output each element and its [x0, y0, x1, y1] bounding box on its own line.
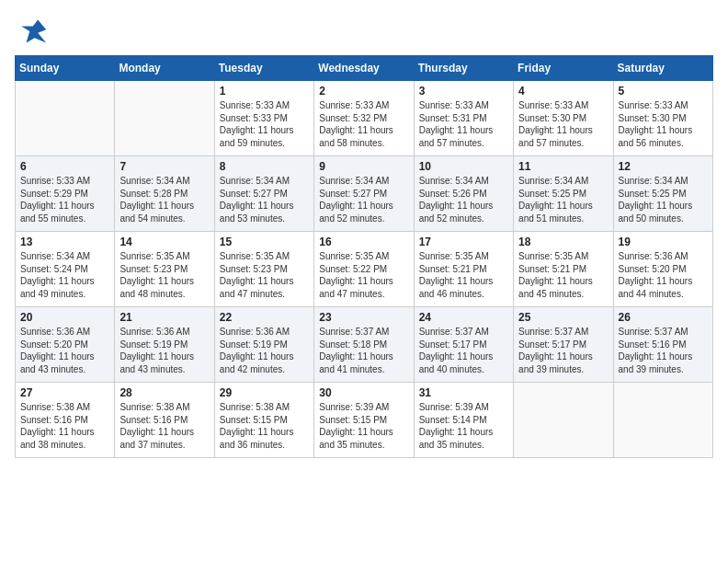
calendar-cell: 5Sunrise: 5:33 AM Sunset: 5:30 PM Daylig…: [613, 81, 712, 156]
calendar-cell: [613, 383, 712, 458]
day-number: 29: [220, 386, 309, 399]
day-info: Sunrise: 5:37 AM Sunset: 5:17 PM Dayligh…: [419, 326, 508, 375]
day-info: Sunrise: 5:34 AM Sunset: 5:25 PM Dayligh…: [518, 175, 608, 224]
calendar-cell: 8Sunrise: 5:34 AM Sunset: 5:27 PM Daylig…: [214, 156, 313, 232]
calendar-cell: 22Sunrise: 5:36 AM Sunset: 5:19 PM Dayli…: [214, 307, 313, 383]
logo-icon: [15, 15, 48, 48]
weekday-header-wednesday: Wednesday: [314, 56, 414, 81]
day-info: Sunrise: 5:34 AM Sunset: 5:27 PM Dayligh…: [319, 175, 408, 224]
calendar-header-row: SundayMondayTuesdayWednesdayThursdayFrid…: [16, 56, 713, 81]
day-info: Sunrise: 5:34 AM Sunset: 5:26 PM Dayligh…: [419, 175, 508, 224]
day-number: 17: [419, 236, 508, 248]
day-number: 6: [20, 160, 109, 173]
day-info: Sunrise: 5:35 AM Sunset: 5:21 PM Dayligh…: [419, 250, 508, 300]
page-header: [15, 15, 713, 48]
weekday-header-friday: Friday: [514, 56, 613, 81]
day-info: Sunrise: 5:37 AM Sunset: 5:17 PM Dayligh…: [518, 326, 608, 375]
calendar-cell: 9Sunrise: 5:34 AM Sunset: 5:27 PM Daylig…: [314, 156, 414, 232]
calendar-cell: 13Sunrise: 5:34 AM Sunset: 5:24 PM Dayli…: [16, 232, 115, 307]
day-info: Sunrise: 5:33 AM Sunset: 5:33 PM Dayligh…: [220, 99, 309, 149]
day-number: 23: [319, 311, 408, 324]
day-number: 5: [619, 85, 708, 98]
calendar-cell: 31Sunrise: 5:39 AM Sunset: 5:14 PM Dayli…: [414, 383, 513, 458]
day-number: 20: [20, 311, 109, 324]
calendar-cell: 25Sunrise: 5:37 AM Sunset: 5:17 PM Dayli…: [514, 307, 613, 383]
calendar-cell: 2Sunrise: 5:33 AM Sunset: 5:32 PM Daylig…: [314, 81, 414, 156]
day-number: 21: [119, 311, 209, 324]
calendar-cell: 20Sunrise: 5:36 AM Sunset: 5:20 PM Dayli…: [16, 307, 115, 383]
day-number: 15: [220, 236, 309, 248]
calendar-cell: [514, 383, 613, 458]
logo: [15, 15, 51, 48]
day-number: 14: [119, 236, 209, 248]
calendar-week-row: 1Sunrise: 5:33 AM Sunset: 5:33 PM Daylig…: [16, 81, 713, 156]
day-info: Sunrise: 5:33 AM Sunset: 5:31 PM Dayligh…: [419, 99, 508, 149]
day-number: 13: [20, 236, 109, 248]
day-info: Sunrise: 5:34 AM Sunset: 5:24 PM Dayligh…: [20, 250, 109, 300]
calendar-cell: 15Sunrise: 5:35 AM Sunset: 5:23 PM Dayli…: [214, 232, 313, 307]
day-info: Sunrise: 5:37 AM Sunset: 5:16 PM Dayligh…: [619, 326, 708, 375]
day-number: 7: [119, 160, 209, 173]
day-number: 12: [619, 160, 708, 173]
weekday-header-saturday: Saturday: [613, 56, 712, 81]
day-info: Sunrise: 5:38 AM Sunset: 5:16 PM Dayligh…: [119, 401, 209, 451]
day-number: 9: [319, 160, 408, 173]
day-number: 8: [220, 160, 309, 173]
calendar-week-row: 20Sunrise: 5:36 AM Sunset: 5:20 PM Dayli…: [16, 307, 713, 383]
calendar-cell: 19Sunrise: 5:36 AM Sunset: 5:20 PM Dayli…: [613, 232, 712, 307]
day-info: Sunrise: 5:35 AM Sunset: 5:22 PM Dayligh…: [319, 250, 408, 300]
calendar-cell: 30Sunrise: 5:39 AM Sunset: 5:15 PM Dayli…: [314, 383, 414, 458]
calendar-cell: 27Sunrise: 5:38 AM Sunset: 5:16 PM Dayli…: [16, 383, 115, 458]
day-number: 16: [319, 236, 408, 248]
day-number: 30: [319, 386, 408, 399]
day-info: Sunrise: 5:36 AM Sunset: 5:19 PM Dayligh…: [220, 326, 309, 375]
calendar-cell: 28Sunrise: 5:38 AM Sunset: 5:16 PM Dayli…: [115, 383, 214, 458]
day-info: Sunrise: 5:38 AM Sunset: 5:15 PM Dayligh…: [220, 401, 309, 451]
day-number: 24: [419, 311, 508, 324]
calendar-cell: 24Sunrise: 5:37 AM Sunset: 5:17 PM Dayli…: [414, 307, 513, 383]
day-number: 25: [518, 311, 608, 324]
day-info: Sunrise: 5:34 AM Sunset: 5:27 PM Dayligh…: [220, 175, 309, 224]
day-info: Sunrise: 5:34 AM Sunset: 5:28 PM Dayligh…: [119, 175, 209, 224]
day-number: 22: [220, 311, 309, 324]
day-info: Sunrise: 5:38 AM Sunset: 5:16 PM Dayligh…: [20, 401, 109, 451]
day-info: Sunrise: 5:33 AM Sunset: 5:29 PM Dayligh…: [20, 175, 109, 224]
day-info: Sunrise: 5:35 AM Sunset: 5:23 PM Dayligh…: [119, 250, 209, 300]
calendar-cell: 3Sunrise: 5:33 AM Sunset: 5:31 PM Daylig…: [414, 81, 513, 156]
day-info: Sunrise: 5:33 AM Sunset: 5:30 PM Dayligh…: [619, 99, 708, 149]
day-number: 2: [319, 85, 408, 98]
day-number: 31: [419, 386, 508, 399]
day-info: Sunrise: 5:35 AM Sunset: 5:23 PM Dayligh…: [220, 250, 309, 300]
calendar-cell: 10Sunrise: 5:34 AM Sunset: 5:26 PM Dayli…: [414, 156, 513, 232]
calendar-cell: 6Sunrise: 5:33 AM Sunset: 5:29 PM Daylig…: [16, 156, 115, 232]
day-number: 26: [619, 311, 708, 324]
weekday-header-thursday: Thursday: [414, 56, 513, 81]
calendar-cell: 18Sunrise: 5:35 AM Sunset: 5:21 PM Dayli…: [514, 232, 613, 307]
day-info: Sunrise: 5:39 AM Sunset: 5:14 PM Dayligh…: [419, 401, 508, 451]
calendar-cell: 16Sunrise: 5:35 AM Sunset: 5:22 PM Dayli…: [314, 232, 414, 307]
calendar-cell: [16, 81, 115, 156]
day-info: Sunrise: 5:35 AM Sunset: 5:21 PM Dayligh…: [518, 250, 608, 300]
day-info: Sunrise: 5:33 AM Sunset: 5:30 PM Dayligh…: [518, 99, 608, 149]
day-number: 4: [518, 85, 608, 98]
weekday-header-monday: Monday: [115, 56, 214, 81]
day-info: Sunrise: 5:33 AM Sunset: 5:32 PM Dayligh…: [319, 99, 408, 149]
day-number: 1: [220, 85, 309, 98]
calendar-cell: 12Sunrise: 5:34 AM Sunset: 5:25 PM Dayli…: [613, 156, 712, 232]
day-number: 18: [518, 236, 608, 248]
day-info: Sunrise: 5:37 AM Sunset: 5:18 PM Dayligh…: [319, 326, 408, 375]
day-info: Sunrise: 5:39 AM Sunset: 5:15 PM Dayligh…: [319, 401, 408, 451]
day-number: 3: [419, 85, 508, 98]
day-info: Sunrise: 5:34 AM Sunset: 5:25 PM Dayligh…: [619, 175, 708, 224]
day-number: 10: [419, 160, 508, 173]
calendar-week-row: 13Sunrise: 5:34 AM Sunset: 5:24 PM Dayli…: [16, 232, 713, 307]
calendar-cell: 1Sunrise: 5:33 AM Sunset: 5:33 PM Daylig…: [214, 81, 313, 156]
calendar-cell: 14Sunrise: 5:35 AM Sunset: 5:23 PM Dayli…: [115, 232, 214, 307]
calendar-cell: 4Sunrise: 5:33 AM Sunset: 5:30 PM Daylig…: [514, 81, 613, 156]
day-number: 28: [119, 386, 209, 399]
calendar-cell: [115, 81, 214, 156]
day-info: Sunrise: 5:36 AM Sunset: 5:20 PM Dayligh…: [20, 326, 109, 375]
calendar-cell: 23Sunrise: 5:37 AM Sunset: 5:18 PM Dayli…: [314, 307, 414, 383]
calendar-cell: 17Sunrise: 5:35 AM Sunset: 5:21 PM Dayli…: [414, 232, 513, 307]
calendar-cell: 11Sunrise: 5:34 AM Sunset: 5:25 PM Dayli…: [514, 156, 613, 232]
